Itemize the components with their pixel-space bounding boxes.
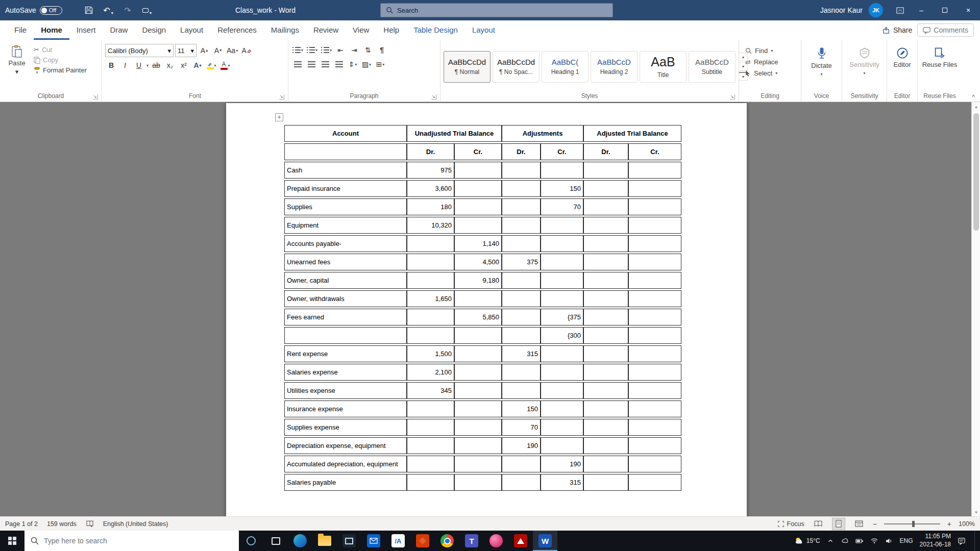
decrease-indent-button[interactable]: ⇤ (334, 44, 347, 56)
tab-references[interactable]: References (210, 20, 264, 40)
amount-cell[interactable] (502, 162, 541, 179)
tray-expand-button[interactable] (827, 537, 834, 544)
volume-tray-button[interactable] (885, 537, 893, 545)
zoom-in-button[interactable]: + (947, 520, 951, 528)
style-title[interactable]: AaBTitle (640, 51, 687, 83)
subheader-dr-cr[interactable]: Dr. (502, 143, 541, 160)
column-header-account[interactable]: Account (284, 125, 407, 142)
account-cell[interactable]: Fees earned (284, 309, 407, 325)
amount-cell[interactable] (541, 217, 583, 234)
vertical-scrollbar[interactable]: ▴ ▾ (971, 102, 980, 516)
amount-cell[interactable] (628, 198, 681, 215)
amount-cell[interactable] (628, 456, 681, 472)
underline-button[interactable]: U (133, 59, 145, 71)
align-center-button[interactable] (305, 58, 317, 70)
tab-design[interactable]: Design (135, 20, 173, 40)
tab-table-design[interactable]: Table Design (406, 20, 465, 40)
amount-cell[interactable] (628, 382, 681, 399)
taskbar-mail[interactable] (361, 531, 386, 551)
column-header[interactable]: Adjustments (502, 125, 583, 142)
style-heading-1[interactable]: AaBbC(Heading 1 (542, 51, 589, 83)
network-tray-button[interactable] (870, 537, 878, 545)
amount-cell[interactable] (541, 162, 583, 179)
style-subtitle[interactable]: AaBbCcDSubtitle (689, 51, 736, 83)
amount-cell[interactable]: 190 (502, 437, 541, 454)
amount-cell[interactable] (583, 400, 628, 417)
amount-cell[interactable]: {300 (541, 327, 583, 344)
font-family-select[interactable]: Calibri (Body)▾ (105, 44, 174, 57)
tab-mailings[interactable]: Mailings (264, 20, 306, 40)
show-formatting-marks-button[interactable]: ¶ (376, 44, 388, 56)
amount-cell[interactable] (502, 309, 541, 325)
subscript-button[interactable]: x₂ (164, 59, 176, 71)
amount-cell[interactable]: 315 (541, 474, 583, 491)
subheader-dr-cr[interactable]: Cr. (454, 143, 502, 160)
web-layout-button[interactable] (852, 518, 866, 530)
amount-cell[interactable] (628, 327, 681, 344)
amount-cell[interactable] (541, 364, 583, 381)
task-view-button[interactable] (263, 531, 288, 551)
zoom-out-button[interactable]: − (873, 520, 877, 528)
shrink-font-button[interactable]: A▾ (212, 44, 224, 57)
page-indicator[interactable]: Page 1 of 2 (5, 520, 38, 528)
account-cell[interactable]: Supplies expense (284, 419, 407, 436)
highlight-button[interactable]: ▾ (205, 59, 217, 71)
amount-cell[interactable] (454, 217, 502, 234)
amount-cell[interactable] (541, 419, 583, 436)
account-cell[interactable]: Prepaid insurance (284, 180, 407, 197)
amount-cell[interactable]: 345 (407, 382, 454, 399)
account-cell[interactable]: Equipment (284, 217, 407, 234)
start-button[interactable] (0, 531, 24, 551)
account-cell[interactable] (284, 327, 407, 344)
minimize-button[interactable]: – (910, 0, 933, 20)
style-no-spac[interactable]: AaBbCcDd¶ No Spac... (493, 51, 540, 83)
account-cell[interactable]: Salaries payable (284, 474, 407, 491)
amount-cell[interactable] (407, 272, 454, 289)
close-button[interactable]: × (957, 0, 980, 20)
amount-cell[interactable] (454, 474, 502, 491)
format-painter-button[interactable]: Format Painter (34, 66, 87, 74)
amount-cell[interactable] (454, 400, 502, 417)
taskbar-app-a[interactable] (386, 531, 410, 551)
sensitivity-button[interactable]: Sensitivity▾ (844, 42, 885, 91)
amount-cell[interactable]: 1,650 (407, 290, 454, 307)
autosave-control[interactable]: AutoSave Off (5, 0, 62, 20)
amount-cell[interactable]: 180 (407, 198, 454, 215)
amount-cell[interactable] (541, 272, 583, 289)
amount-cell[interactable] (407, 235, 454, 252)
align-right-button[interactable] (319, 58, 331, 70)
amount-cell[interactable]: 70 (502, 419, 541, 436)
scroll-down-arrow[interactable]: ▾ (972, 508, 980, 516)
amount-cell[interactable] (583, 327, 628, 344)
amount-cell[interactable]: 315 (502, 345, 541, 362)
notification-center-button[interactable] (958, 537, 966, 545)
amount-cell[interactable] (502, 180, 541, 197)
column-header[interactable]: Unadjusted Trial Balance (407, 125, 502, 142)
amount-cell[interactable] (583, 456, 628, 472)
amount-cell[interactable] (454, 364, 502, 381)
amount-cell[interactable] (454, 180, 502, 197)
amount-cell[interactable] (628, 419, 681, 436)
taskbar-paint3d[interactable] (484, 531, 508, 551)
amount-cell[interactable] (502, 382, 541, 399)
taskbar-edge[interactable] (288, 531, 312, 551)
tab-review[interactable]: Review (306, 20, 346, 40)
amount-cell[interactable] (583, 254, 628, 270)
document-page[interactable]: + AccountUnadjusted Trial BalanceAdjustm… (226, 103, 747, 516)
tab-layout[interactable]: Layout (465, 20, 502, 40)
zoom-level[interactable]: 100% (959, 520, 975, 528)
share-button[interactable]: Share (883, 26, 912, 34)
scroll-up-arrow[interactable]: ▴ (972, 102, 980, 111)
taskbar-search[interactable] (24, 531, 239, 551)
replace-button[interactable]: ⇄ Replace (745, 58, 799, 66)
style-normal[interactable]: AaBbCcDd¶ Normal (444, 51, 491, 83)
font-size-select[interactable]: 11▾ (175, 44, 197, 57)
align-left-button[interactable] (291, 58, 304, 70)
amount-cell[interactable]: 375 (502, 254, 541, 270)
proofing-status[interactable] (86, 520, 94, 528)
amount-cell[interactable]: 10,320 (407, 217, 454, 234)
amount-cell[interactable] (583, 217, 628, 234)
amount-cell[interactable] (628, 364, 681, 381)
print-layout-button[interactable] (832, 518, 845, 530)
subheader-blank[interactable] (284, 143, 407, 160)
